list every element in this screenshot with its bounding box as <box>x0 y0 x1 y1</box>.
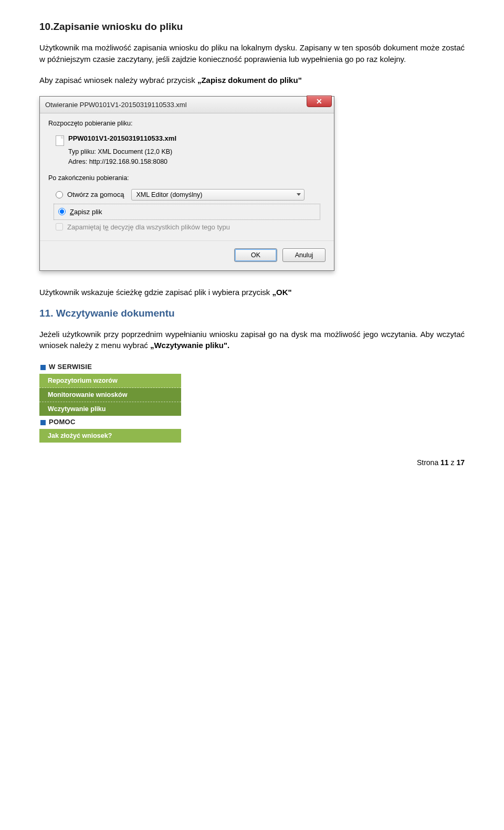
menu-item-monitorowanie[interactable]: Monitorowanie wniosków <box>39 388 181 402</box>
open-with-prefix: Otwórz za <box>67 191 100 198</box>
cancel-button-label: Anuluj <box>295 251 313 259</box>
section-10-heading: 10.Zapisanie wniosku do pliku <box>39 21 465 33</box>
section-10-paragraph-1: Użytkownik ma możliwość zapisania wniosk… <box>39 42 465 65</box>
menu-item-label: Monitorowanie wniosków <box>48 391 127 398</box>
save-file-row: Zapisz plik <box>56 206 320 218</box>
dialog-button-row: OK Anuluj <box>40 240 334 270</box>
save-file-row-box: Zapisz plik <box>54 204 320 220</box>
section-11-heading: 11. Wczytywanie dokumentu <box>39 308 465 319</box>
open-with-combo[interactable]: XML Editor (domyślny) <box>131 189 304 201</box>
ok-button[interactable]: OK <box>234 248 277 262</box>
menu-item-label: Repozytorium wzorów <box>48 377 118 384</box>
menu-item-repozytorium[interactable]: Repozytorium wzorów <box>39 374 181 388</box>
menu-item-label: Jak złożyć wniosek? <box>48 432 112 439</box>
after-download-label: Po zakończeniu pobierania: <box>48 174 326 182</box>
dialog-close-button[interactable]: ✕ <box>307 96 332 107</box>
remember-under: ę <box>105 223 109 231</box>
page-footer: Strona 11 z 17 <box>39 458 465 467</box>
cancel-button[interactable]: Anuluj <box>282 248 326 262</box>
after-dialog-paragraph: Użytkownik wskazuje ścieżkę gdzie zapisa… <box>39 287 465 298</box>
s11-p1-prefix: Jeżeli użytkownik przy poprzednim wypełn… <box>39 330 465 350</box>
xml-file-icon <box>56 135 64 146</box>
close-icon: ✕ <box>316 97 322 106</box>
open-with-label: Otwórz za pomocą <box>67 191 124 198</box>
open-with-suffix: omocą <box>103 191 124 198</box>
remember-choice-label: Zapamiętaj tę decyzję dla wszystkich pli… <box>67 223 230 231</box>
menu-header-serwis: W SERWISIE <box>39 361 181 374</box>
chevron-down-icon <box>297 193 301 196</box>
download-started-label: Rozpoczęto pobieranie pliku: <box>48 120 326 127</box>
file-name: PPW0101V1-20150319110533.xml <box>68 134 176 142</box>
open-with-row: Otwórz za pomocą XML Editor (domyślny) <box>48 187 326 203</box>
menu-item-wczytywanie[interactable]: Wczytywanie pliku <box>39 402 181 416</box>
s11-p1-bold: „Wczytywanie pliku". <box>150 341 229 350</box>
footer-total: 17 <box>456 458 465 467</box>
footer-label: Strona <box>417 458 440 467</box>
open-with-combo-value: XML Editor (domyślny) <box>136 191 202 198</box>
footer-of: z <box>449 458 457 467</box>
file-row: PPW0101V1-20150319110533.xml <box>48 132 326 147</box>
side-menu: W SERWISIE Repozytorium wzorów Monitorow… <box>39 361 181 443</box>
remember-choice-checkbox <box>56 223 63 230</box>
file-type-value: XML Document (12,0 KB) <box>98 148 172 155</box>
square-bullet-icon <box>40 365 46 370</box>
after-bold: „OK" <box>272 288 291 297</box>
save-file-label: Zapisz plik <box>70 208 102 216</box>
download-dialog: Otwieranie PPW0101V1-20150319110533.xml … <box>39 96 334 271</box>
save-suffix: apisz plik <box>74 208 102 216</box>
footer-page: 11 <box>440 458 449 467</box>
file-address-value: http://192.168.90.158:8080 <box>89 158 167 165</box>
dialog-title: Otwieranie PPW0101V1-20150319110533.xml <box>45 101 187 109</box>
p2-bold: „Zapisz dokument do pliku" <box>197 76 302 85</box>
file-type-key: Typ pliku: <box>68 147 96 157</box>
p2-prefix: Aby zapisać wniosek należy wybrać przyci… <box>39 76 197 85</box>
remember-prefix: Zapamiętaj t <box>67 223 105 231</box>
open-with-radio[interactable] <box>56 191 63 198</box>
save-under: Z <box>70 208 74 216</box>
remember-suffix: decyzję dla wszystkich plików tego typu <box>109 223 230 231</box>
file-meta: Typ pliku: XML Document (12,0 KB) Adres:… <box>48 147 326 167</box>
menu-header-serwis-text: W SERWISIE <box>49 363 92 371</box>
ok-button-label: OK <box>251 251 260 259</box>
after-prefix: Użytkownik wskazuje ścieżkę gdzie zapisa… <box>39 288 272 297</box>
menu-item-jak-zlozyc[interactable]: Jak złożyć wniosek? <box>39 429 181 443</box>
dialog-body: Rozpoczęto pobieranie pliku: PPW0101V1-2… <box>40 113 334 235</box>
square-bullet-icon <box>40 420 46 425</box>
dialog-titlebar: Otwieranie PPW0101V1-20150319110533.xml … <box>40 97 334 113</box>
file-address-key: Adres: <box>68 157 87 167</box>
menu-header-pomoc-text: POMOC <box>49 418 76 426</box>
menu-item-label: Wczytywanie pliku <box>48 405 106 413</box>
section-10-paragraph-2: Aby zapisać wniosek należy wybrać przyci… <box>39 75 465 86</box>
remember-choice-row: Zapamiętaj tę decyzję dla wszystkich pli… <box>48 221 326 233</box>
save-file-radio[interactable] <box>58 208 66 215</box>
menu-header-pomoc: POMOC <box>39 416 181 429</box>
section-11-paragraph-1: Jeżeli użytkownik przy poprzednim wypełn… <box>39 329 465 352</box>
